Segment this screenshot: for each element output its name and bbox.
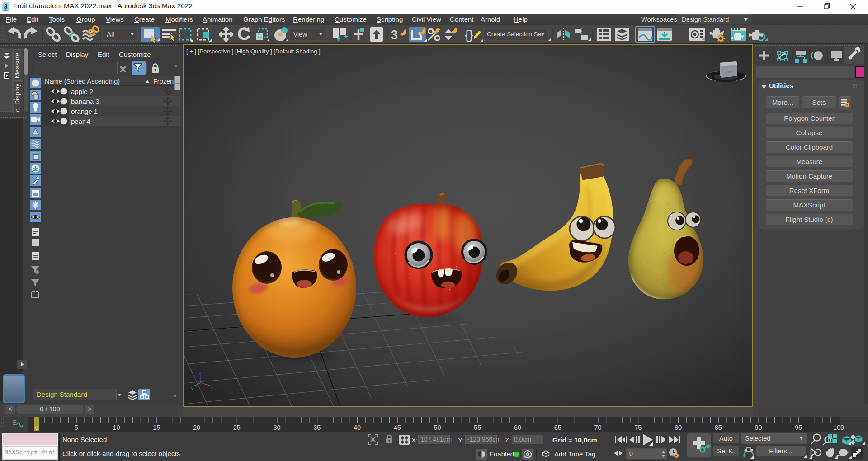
svg-text:20: 20 <box>193 424 200 431</box>
svg-text:65: 65 <box>554 424 561 431</box>
svg-text:Auto: Auto <box>719 435 733 442</box>
svg-text:View: View <box>293 31 307 38</box>
svg-text:35: 35 <box>313 424 321 431</box>
svg-text:x: x <box>211 384 213 389</box>
svg-text:All: All <box>107 30 114 38</box>
svg-text:0: 0 <box>629 450 633 457</box>
svg-text:Create Selection Set: Create Selection Set <box>487 31 543 38</box>
svg-text:0: 0 <box>35 424 38 431</box>
svg-text:Selected: Selected <box>745 435 770 442</box>
svg-text:90: 90 <box>755 424 762 431</box>
svg-text:70: 70 <box>594 424 601 431</box>
svg-text:75: 75 <box>634 424 642 431</box>
svg-text:45: 45 <box>394 424 401 431</box>
svg-text:{}: {} <box>465 28 473 42</box>
svg-text:25: 25 <box>233 424 241 431</box>
svg-text:3: 3 <box>391 28 398 42</box>
svg-text:50: 50 <box>434 424 441 431</box>
svg-text:[ + ] [Perspective ] [High Qua: [ + ] [Perspective ] [High Quality ] [De… <box>186 48 321 55</box>
svg-text:60: 60 <box>514 424 521 431</box>
svg-text:85: 85 <box>715 424 722 431</box>
svg-text:10: 10 <box>113 424 120 431</box>
svg-text:Filters...: Filters... <box>769 447 793 455</box>
svg-text:y: y <box>191 386 193 390</box>
svg-text:80: 80 <box>675 424 682 431</box>
svg-text:40: 40 <box>354 424 361 431</box>
svg-text:100: 100 <box>833 424 844 431</box>
svg-text:z: z <box>199 370 202 375</box>
svg-text:95: 95 <box>795 424 802 431</box>
svg-text:15: 15 <box>153 424 160 431</box>
svg-text:FRONT: FRONT <box>726 71 735 73</box>
svg-text:5: 5 <box>75 424 78 431</box>
svg-text:55: 55 <box>474 424 481 431</box>
svg-text:Set K.: Set K. <box>717 447 735 455</box>
svg-text:30: 30 <box>273 424 280 431</box>
